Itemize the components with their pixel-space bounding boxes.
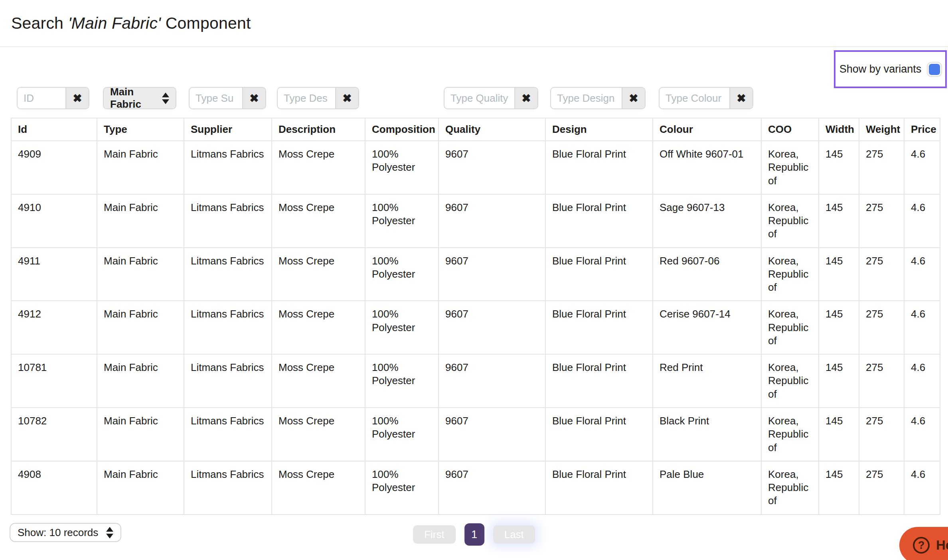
table-row[interactable]: 4910Main FabricLitmans FabricsMoss Crepe… bbox=[11, 194, 940, 248]
filter-group-design: ✖ bbox=[550, 87, 646, 109]
table-row[interactable]: 4908Main FabricLitmans FabricsMoss Crepe… bbox=[11, 461, 940, 515]
table-cell: 4909 bbox=[11, 141, 97, 194]
clear-quality-filter-icon[interactable]: ✖ bbox=[514, 88, 537, 108]
design-filter-input[interactable] bbox=[551, 88, 622, 108]
table-cell: 100% Polyester bbox=[365, 248, 438, 301]
question-mark-icon: ? bbox=[913, 537, 930, 554]
supplier-filter-input[interactable] bbox=[190, 88, 242, 108]
clear-id-filter-icon[interactable]: ✖ bbox=[65, 88, 89, 108]
table-cell: Sage 9607-13 bbox=[653, 194, 761, 248]
table-cell: Korea, Republic of bbox=[761, 194, 819, 248]
table-cell: 4.6 bbox=[904, 194, 940, 248]
table-cell: Red Print bbox=[653, 354, 761, 408]
table-cell: 145 bbox=[819, 408, 859, 461]
table-cell: Main Fabric bbox=[97, 301, 184, 354]
table-cell: Korea, Republic of bbox=[761, 354, 819, 408]
page-title-prefix: Search bbox=[11, 14, 68, 32]
table-cell: 145 bbox=[819, 354, 859, 408]
table-cell: Blue Floral Print bbox=[545, 194, 653, 248]
table-cell: Moss Crepe bbox=[272, 248, 365, 301]
table-cell: Blue Floral Print bbox=[545, 461, 653, 515]
table-cell: 100% Polyester bbox=[365, 194, 438, 248]
pagination-last-button[interactable]: Last bbox=[493, 525, 535, 544]
table-cell: 4908 bbox=[11, 461, 97, 515]
clear-design-filter-icon[interactable]: ✖ bbox=[622, 88, 645, 108]
table-cell: Korea, Republic of bbox=[761, 461, 819, 515]
table-cell: 145 bbox=[819, 141, 859, 194]
column-header: Id bbox=[11, 118, 97, 141]
description-filter-input[interactable] bbox=[278, 88, 335, 108]
table-cell: 9607 bbox=[438, 354, 545, 408]
table-row[interactable]: 10782Main FabricLitmans FabricsMoss Crep… bbox=[11, 408, 940, 461]
select-arrows-icon bbox=[162, 93, 169, 104]
table-cell: Main Fabric bbox=[97, 354, 184, 408]
column-header: Composition bbox=[365, 118, 438, 141]
filter-group-description: ✖ bbox=[277, 87, 359, 109]
table-cell: Main Fabric bbox=[97, 194, 184, 248]
clear-supplier-filter-icon[interactable]: ✖ bbox=[242, 88, 265, 108]
table-cell: Blue Floral Print bbox=[545, 354, 653, 408]
filter-group-supplier: ✖ bbox=[189, 87, 266, 109]
table-cell: Red 9607-06 bbox=[653, 248, 761, 301]
table-cell: 100% Polyester bbox=[365, 301, 438, 354]
page-title-suffix: Component bbox=[161, 14, 251, 32]
show-by-variants-checkbox[interactable] bbox=[928, 63, 941, 76]
filter-group-type: Main Fabric bbox=[103, 87, 176, 109]
table-cell: Moss Crepe bbox=[272, 354, 365, 408]
table-cell: 275 bbox=[859, 301, 904, 354]
id-filter-input[interactable] bbox=[18, 88, 65, 108]
table-cell: Korea, Republic of bbox=[761, 301, 819, 354]
table-cell: Off White 9607-01 bbox=[653, 141, 761, 194]
table-cell: Cerise 9607-14 bbox=[653, 301, 761, 354]
table-cell: 145 bbox=[819, 461, 859, 515]
table-cell: Litmans Fabrics bbox=[184, 301, 272, 354]
table-cell: Litmans Fabrics bbox=[184, 141, 272, 194]
table-row[interactable]: 4911Main FabricLitmans FabricsMoss Crepe… bbox=[11, 248, 940, 301]
table-row[interactable]: 4912Main FabricLitmans FabricsMoss Crepe… bbox=[11, 301, 940, 354]
table-cell: 4912 bbox=[11, 301, 97, 354]
table-cell: Moss Crepe bbox=[272, 141, 365, 194]
table-cell: Main Fabric bbox=[97, 248, 184, 301]
records-per-page-select[interactable]: Show: 10 records bbox=[10, 523, 121, 542]
select-arrows-icon bbox=[106, 527, 113, 538]
pagination-current-page[interactable]: 1 bbox=[464, 523, 484, 546]
table-cell: 100% Polyester bbox=[365, 461, 438, 515]
table-cell: Main Fabric bbox=[97, 141, 184, 194]
table-row[interactable]: 4909Main FabricLitmans FabricsMoss Crepe… bbox=[11, 141, 940, 194]
show-by-variants-highlight-box: Show by variants bbox=[834, 50, 947, 88]
column-header: Colour bbox=[653, 118, 761, 141]
table-cell: Main Fabric bbox=[97, 408, 184, 461]
table-cell: 145 bbox=[819, 248, 859, 301]
colour-filter-input[interactable] bbox=[660, 88, 729, 108]
table-cell: 9607 bbox=[438, 141, 545, 194]
table-cell: Main Fabric bbox=[97, 461, 184, 515]
help-button[interactable]: ? Help bbox=[899, 527, 948, 560]
help-button-label: Help bbox=[936, 538, 948, 553]
table-cell: Blue Floral Print bbox=[545, 248, 653, 301]
table-cell: Blue Floral Print bbox=[545, 408, 653, 461]
clear-colour-filter-icon[interactable]: ✖ bbox=[729, 88, 752, 108]
table-cell: 145 bbox=[819, 194, 859, 248]
table-cell: 100% Polyester bbox=[365, 141, 438, 194]
pagination-first-button[interactable]: First bbox=[413, 525, 456, 544]
table-cell: Moss Crepe bbox=[272, 301, 365, 354]
table-cell: 275 bbox=[859, 248, 904, 301]
type-filter-select[interactable]: Main Fabric bbox=[104, 88, 176, 108]
table-cell: 145 bbox=[819, 301, 859, 354]
column-header: Description bbox=[272, 118, 365, 141]
table-cell: 9607 bbox=[438, 248, 545, 301]
table-cell: Litmans Fabrics bbox=[184, 194, 272, 248]
column-header: Price bbox=[904, 118, 940, 141]
column-header: Type bbox=[97, 118, 184, 141]
filter-group-quality: ✖ bbox=[444, 87, 538, 109]
filter-group-colour: ✖ bbox=[659, 87, 753, 109]
column-header: Width bbox=[819, 118, 859, 141]
clear-description-filter-icon[interactable]: ✖ bbox=[335, 88, 358, 108]
table-cell: 4.6 bbox=[904, 301, 940, 354]
table-cell: 4.6 bbox=[904, 408, 940, 461]
table-row[interactable]: 10781Main FabricLitmans FabricsMoss Crep… bbox=[11, 354, 940, 408]
table-cell: Korea, Republic of bbox=[761, 248, 819, 301]
table-cell: 4911 bbox=[11, 248, 97, 301]
quality-filter-input[interactable] bbox=[444, 88, 514, 108]
column-header: COO bbox=[761, 118, 819, 141]
